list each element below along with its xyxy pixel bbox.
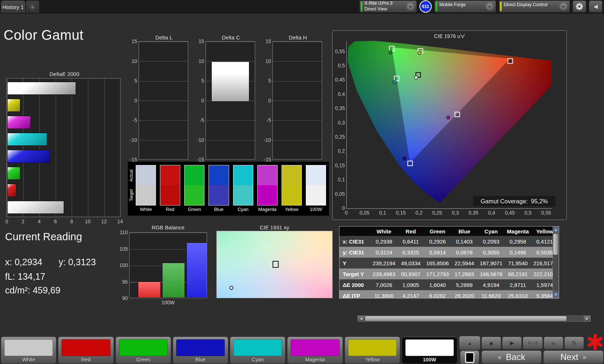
page-title: Color Gamut bbox=[4, 27, 84, 43]
table-cell: 50,9307 bbox=[397, 268, 424, 279]
scroll-right-button[interactable]: ▶ bbox=[584, 316, 590, 321]
table-header-corner bbox=[339, 227, 371, 236]
pattern-button-green[interactable]: Green bbox=[115, 337, 171, 364]
swatch-column-red bbox=[160, 165, 180, 206]
pattern-button-white[interactable]: White bbox=[1, 337, 56, 364]
gamut-coverage-value: 95,2% bbox=[531, 198, 548, 205]
interval-button[interactable]: ⊢⊣ bbox=[523, 337, 542, 350]
axis-tick-label: 8 bbox=[68, 219, 75, 224]
swatch-column-yellow bbox=[282, 165, 302, 206]
axis-tick-label: 6 bbox=[52, 219, 59, 224]
axis-tick-label: 0,25 bbox=[333, 134, 345, 140]
table-cell: 0,2938 bbox=[371, 236, 397, 247]
axis-tick-label: 0,05 bbox=[333, 191, 345, 197]
vertical-scroll-thumb[interactable] bbox=[553, 234, 558, 255]
chart-title: Delta C bbox=[206, 34, 256, 41]
table-cell: 0,6411 bbox=[397, 236, 424, 247]
axis-tick-label: 10 bbox=[84, 219, 92, 224]
target-swatch-blue bbox=[209, 185, 228, 205]
axis-tick-label: 0,55 bbox=[538, 210, 554, 216]
display-control-dropdown[interactable]: Direct Display Control ▼ bbox=[499, 0, 570, 13]
meter-dropdown[interactable]: X-Rite i1Pro 3 Direct View ▼ bbox=[359, 0, 417, 13]
swatch-label: Blue bbox=[208, 207, 229, 212]
transport-controls: ■▶⊢⊣∞↻ bbox=[481, 337, 584, 350]
pattern-window-button[interactable] bbox=[460, 350, 480, 364]
axis-tick-label: 2 bbox=[20, 219, 27, 224]
pattern-button-100w[interactable]: 100W bbox=[402, 337, 457, 364]
scroll-left-button[interactable]: ◀ bbox=[358, 316, 364, 321]
actual-target-swatch-panel: Actual Target WhiteRedGreenBlueCyanMagen… bbox=[128, 162, 329, 216]
axis-tick-label: -10 bbox=[193, 137, 204, 143]
refresh-button[interactable]: ↻ bbox=[564, 337, 584, 350]
table-cell: 239,4983 bbox=[371, 268, 397, 279]
swatch-column-green bbox=[184, 165, 204, 206]
horizontal-scroll-thumb[interactable] bbox=[365, 316, 566, 321]
pattern-button-magenta[interactable]: Magenta bbox=[287, 337, 343, 364]
target-swatch-green bbox=[185, 185, 204, 205]
pattern-button-blue[interactable]: Blue bbox=[173, 337, 228, 364]
top-tab-bar: History 1 + X-Rite i1Pro 3 Direct View ▼… bbox=[0, 0, 604, 13]
column-header-blue: Blue bbox=[451, 227, 478, 236]
loop-button[interactable]: ∞ bbox=[544, 337, 563, 350]
table-horizontal-scrollbar[interactable]: ◀ ▶ bbox=[358, 316, 591, 322]
swatch-column-100w bbox=[306, 165, 326, 206]
pattern-window-up-button[interactable]: ▲ bbox=[459, 336, 481, 350]
measured-marker-cyan bbox=[393, 81, 396, 84]
meter-count-badge[interactable]: 611 bbox=[419, 0, 432, 13]
play-button[interactable]: ▶ bbox=[502, 337, 522, 350]
pattern-button-row: WhiteRedGreenBlueCyanMagentaYellow100W bbox=[1, 337, 457, 364]
pattern-button-red[interactable]: Red bbox=[58, 337, 114, 364]
scroll-up-button[interactable]: ▲ bbox=[553, 227, 559, 233]
back-button[interactable]: « Back bbox=[481, 350, 542, 364]
settings-button[interactable] bbox=[573, 0, 586, 13]
row-label: x: CIE31 bbox=[339, 236, 371, 247]
cie-1931-field bbox=[216, 231, 333, 298]
axis-tick-label: 15 bbox=[126, 38, 137, 44]
axis-tick-label: 10 bbox=[193, 58, 204, 64]
cie-1931-xy-diagram: CIE 1931 xy bbox=[216, 224, 333, 300]
axis-tick-label: 10 bbox=[260, 58, 271, 64]
deltae-plot-area bbox=[7, 78, 121, 217]
measured-marker-white bbox=[414, 76, 418, 79]
table-row: x: CIE310,29380,64110,29260,14030,20930,… bbox=[339, 236, 559, 247]
table-cell: 0,2093 bbox=[478, 236, 504, 247]
pattern-swatch bbox=[405, 339, 454, 356]
chevron-down-icon: ▼ bbox=[559, 3, 567, 10]
stop-button[interactable]: ■ bbox=[481, 337, 501, 350]
pattern-button-yellow[interactable]: Yellow bbox=[345, 337, 400, 364]
axis-tick-label: 90 bbox=[119, 295, 128, 301]
next-button[interactable]: Next » bbox=[543, 350, 604, 364]
axis-tick-label: 5 bbox=[126, 78, 137, 84]
swatch-column-white bbox=[136, 165, 156, 206]
delta-h-chart: Delta H 151050-5-10-15 100W bbox=[273, 34, 323, 171]
pattern-label: Red bbox=[58, 357, 113, 363]
table-vertical-scrollbar[interactable]: ▲ ▼ bbox=[553, 227, 559, 298]
chart-title: DeltaE 2000 bbox=[7, 71, 122, 77]
pattern-button-cyan[interactable]: Cyan bbox=[230, 337, 286, 364]
table-row: y: CIE310,31240,33250,59140,06780,30550,… bbox=[339, 247, 559, 258]
measured-marker-red bbox=[508, 59, 512, 63]
axis-tick-label: 0,55 bbox=[333, 48, 345, 54]
axis-tick-label: 0,15 bbox=[393, 210, 409, 216]
reading-y: y: 0,3123 bbox=[59, 257, 96, 267]
table-cell: 6,0282 bbox=[424, 290, 451, 299]
cie-1976-gamut-plot bbox=[346, 41, 552, 208]
column-header-white: White bbox=[371, 227, 397, 236]
actual-swatch-100w bbox=[306, 165, 326, 185]
meter-name: X-Rite i1Pro 3 bbox=[364, 1, 404, 7]
add-tab-button[interactable]: + bbox=[26, 1, 39, 13]
deltae-bar-blue bbox=[7, 150, 50, 163]
collapse-panel-button[interactable]: ◀ bbox=[589, 0, 603, 13]
table-header-row: WhiteRedGreenBlueCyanMagentaYellow bbox=[339, 227, 559, 236]
axis-tick-label: 5 bbox=[260, 78, 271, 84]
rgb-bar-red bbox=[138, 282, 161, 298]
axis-tick-label: 0 bbox=[126, 98, 137, 103]
current-reading-heading: Current Reading bbox=[5, 231, 114, 243]
scroll-down-button[interactable]: ▼ bbox=[553, 291, 559, 298]
tab-history-1[interactable]: History 1 bbox=[1, 1, 25, 13]
table-cell: 4,2147 bbox=[397, 290, 424, 299]
table-cell: 0,3055 bbox=[478, 247, 504, 258]
deltae-bar-magenta bbox=[7, 116, 31, 129]
pattern-source-dropdown[interactable]: Mobile Forge ▼ bbox=[434, 0, 496, 13]
axis-tick-label: 0,35 bbox=[465, 210, 481, 216]
